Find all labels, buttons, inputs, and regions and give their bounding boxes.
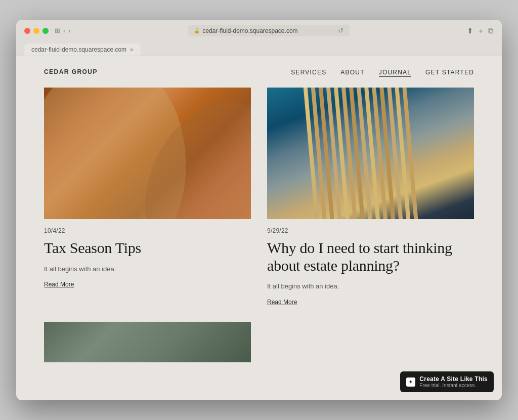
nav-link-journal[interactable]: JOURNAL: [379, 69, 411, 77]
tabs-bar: cedar-fluid-demo.squarespace.com ✕: [24, 41, 494, 56]
badge-main-text: Create A Site Like This: [419, 375, 488, 383]
browser-chrome: ⊞ ‹ › 🔒 cedar-fluid-demo.squarespace.com…: [16, 20, 502, 56]
forward-icon[interactable]: ›: [68, 27, 70, 34]
tabs-icon[interactable]: ⧉: [488, 26, 494, 35]
nav-item-journal[interactable]: JOURNAL: [379, 67, 411, 76]
badge-text: Create A Site Like This Free trial. Inst…: [419, 375, 488, 388]
sidebar-toggle-icon[interactable]: ⊞: [55, 27, 60, 34]
squarespace-badge[interactable]: ✦ Create A Site Like This Free trial. In…: [400, 371, 494, 392]
post-2-image: [267, 88, 474, 219]
post-1-date: 10/4/22: [44, 227, 251, 234]
post-2-read-more[interactable]: Read More: [267, 299, 474, 306]
post-2-title[interactable]: Why do I need to start thinking about es…: [267, 239, 474, 274]
tab-label: cedar-fluid-demo.squarespace.com: [31, 46, 126, 53]
nav-links: SERVICES ABOUT JOURNAL GET STARTED: [291, 67, 474, 76]
active-tab[interactable]: cedar-fluid-demo.squarespace.com ✕: [24, 44, 141, 56]
browser-controls: ⊞ ‹ ›: [55, 27, 71, 34]
minimize-button[interactable]: [33, 28, 39, 34]
site-navigation: CEDAR GROUP SERVICES ABOUT JOURNAL GET S…: [16, 56, 502, 88]
tab-close-icon[interactable]: ✕: [130, 47, 134, 53]
share-icon[interactable]: ⬆: [467, 26, 473, 35]
site-logo[interactable]: CEDAR GROUP: [44, 68, 98, 75]
nav-item-services[interactable]: SERVICES: [291, 67, 326, 76]
squarespace-logo-icon: ✦: [406, 377, 415, 387]
post-2-excerpt: It all begins with an idea.: [267, 281, 474, 291]
post-1-read-more[interactable]: Read More: [44, 281, 251, 288]
traffic-lights: [24, 28, 49, 34]
blog-image-2[interactable]: [267, 88, 474, 219]
nav-link-services[interactable]: SERVICES: [291, 69, 326, 76]
browser-window: ⊞ ‹ › 🔒 cedar-fluid-demo.squarespace.com…: [16, 20, 502, 400]
nav-link-get-started[interactable]: GET STARTED: [425, 69, 474, 76]
blog-image-1[interactable]: [44, 88, 251, 219]
blog-card-1: 10/4/22 Tax Season Tips It all begins wi…: [44, 88, 251, 306]
back-icon[interactable]: ‹: [63, 27, 65, 34]
new-tab-icon[interactable]: +: [479, 26, 483, 35]
maximize-button[interactable]: [42, 28, 49, 34]
address-bar[interactable]: 🔒 cedar-fluid-demo.squarespace.com ↺: [188, 25, 350, 36]
blog-grid: 10/4/22 Tax Season Tips It all begins wi…: [16, 88, 502, 383]
page-content: CEDAR GROUP SERVICES ABOUT JOURNAL GET S…: [16, 56, 502, 400]
nav-link-about[interactable]: ABOUT: [340, 69, 364, 76]
post-1-image: [44, 88, 251, 219]
nav-item-get-started[interactable]: GET STARTED: [425, 67, 474, 76]
blog-card-2: 9/29/22 Why do I need to start thinking …: [267, 88, 474, 306]
blog-card-3-partial: [44, 322, 251, 362]
url-text: cedar-fluid-demo.squarespace.com: [202, 27, 297, 34]
browser-actions: ⬆ + ⧉: [467, 26, 494, 35]
post-1-title[interactable]: Tax Season Tips: [44, 239, 251, 257]
address-bar-wrap: 🔒 cedar-fluid-demo.squarespace.com ↺: [77, 25, 461, 36]
post-2-date: 9/29/22: [267, 227, 474, 234]
lock-icon: 🔒: [194, 28, 200, 33]
nav-item-about[interactable]: ABOUT: [340, 67, 364, 76]
badge-sub-text: Free trial. Instant access.: [419, 383, 488, 388]
refresh-icon[interactable]: ↺: [338, 27, 343, 34]
post-1-excerpt: It all begins with an idea.: [44, 264, 251, 274]
close-button[interactable]: [24, 28, 30, 34]
post-3-image-partial: [44, 322, 251, 362]
